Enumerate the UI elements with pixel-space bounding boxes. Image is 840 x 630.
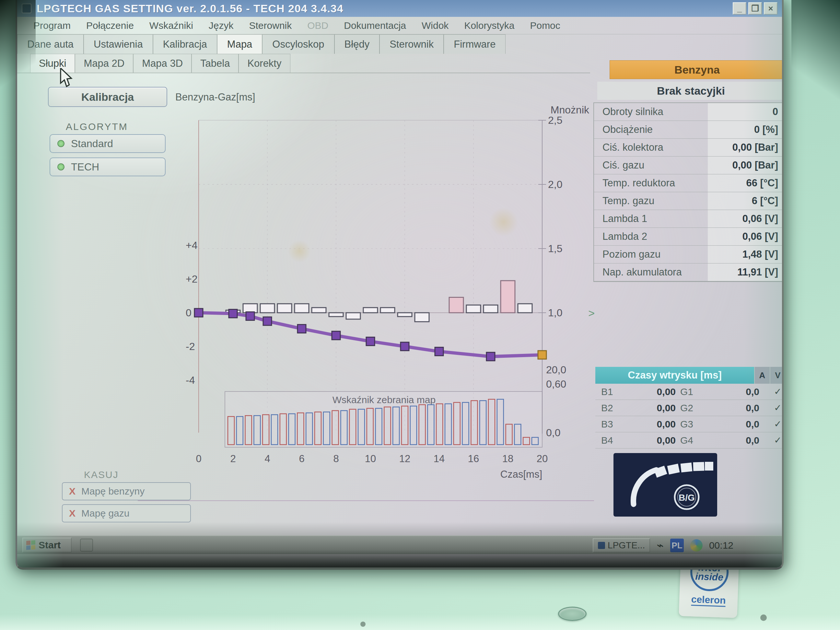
algorithm-label: ALGORYTM (66, 121, 128, 132)
main-tabs: Dane autaUstawieniaKalibracjaMapaOscylos… (17, 34, 505, 54)
param-row-obciążenie: Obciążenie0 [%] (594, 121, 784, 139)
window-controls: _ ❐ × (733, 2, 777, 14)
param-label: Obciążenie (594, 124, 708, 136)
svg-text:2,5: 2,5 (548, 114, 562, 126)
menu-item-pomoc[interactable]: Pomoc (522, 20, 568, 31)
bank-value: 0,00 (629, 403, 680, 414)
monitor-screen: LPGTECH GAS SETTING ver. 2.0.1.56 - TECH… (16, 0, 784, 570)
photo-dark-corner-left (0, 0, 36, 97)
close-button[interactable]: × (764, 2, 777, 14)
language-indicator[interactable]: PL (670, 538, 684, 552)
param-value: 0,00 [Bar] (708, 156, 784, 174)
kalibracja-button[interactable]: Kalibracja (48, 87, 167, 107)
tray-status-icon[interactable] (690, 539, 703, 551)
svg-text:-2: -2 (186, 341, 195, 352)
menu-item-obd[interactable]: OBD (300, 20, 336, 31)
menu-item-dokumentacja[interactable]: Dokumentacja (336, 20, 414, 31)
start-label: Start (39, 540, 61, 551)
checkbox-checked[interactable]: ✓ (771, 435, 784, 445)
erase-section-label: KASUJ (84, 469, 118, 480)
menu-item-język[interactable]: Język (201, 20, 242, 31)
bezel-screw (360, 622, 366, 627)
start-button[interactable]: Start (22, 538, 72, 553)
param-row-lambda-2: Lambda 20,06 [V] (594, 228, 784, 246)
svg-text:1,5: 1,5 (548, 243, 562, 254)
menu-item-wskaźniki[interactable]: Wskaźniki (142, 20, 201, 31)
gas-value: 0,0 (715, 386, 764, 397)
photo-dark-corner-right (791, 0, 840, 110)
tab-mapa[interactable]: Mapa (217, 34, 262, 54)
gas-label: G1 (680, 386, 715, 397)
menu-item-połączenie[interactable]: Połączenie (79, 20, 142, 31)
minimize-button[interactable]: _ (733, 2, 746, 14)
param-row-temp-reduktora: Temp. reduktora66 [°C] (594, 174, 784, 192)
svg-text:20,0: 20,0 (546, 364, 566, 376)
tab-oscyloskop[interactable]: Oscyloskop (262, 34, 334, 54)
tab-błędy[interactable]: Błędy (335, 34, 380, 54)
parameters-table: Obroty silnika0Obciążenie0 [%]Ciś. kolek… (594, 103, 784, 282)
svg-text:14: 14 (434, 453, 445, 464)
taskbar-clock: 00:12 (709, 540, 733, 551)
menu-item-widok[interactable]: Widok (414, 20, 456, 31)
menu-item-sterownik[interactable]: Sterownik (242, 20, 300, 31)
param-value: 0,06 [V] (708, 228, 784, 245)
connection-icon[interactable]: ⌁ (657, 538, 664, 552)
param-value: 0,00 [Bar] (708, 139, 784, 156)
param-row-nap-akumulatora: Nap. akumulatora11,91 [V] (594, 264, 784, 281)
bank-value: 0,00 (629, 419, 680, 430)
param-row-ciś-kolektora: Ciś. kolektora0,00 [Bar] (594, 139, 784, 156)
tray-app-button[interactable]: LPGTE... (593, 538, 650, 553)
checkbox-checked[interactable]: ✓ (771, 386, 784, 397)
erase-button-mapę-gazu[interactable]: XMapę gazu (62, 504, 191, 523)
tab-firmware[interactable]: Firmware (444, 34, 505, 54)
bank-label: B4 (601, 435, 629, 446)
tab-kalibracja[interactable]: Kalibracja (153, 34, 217, 54)
svg-text:0: 0 (196, 453, 201, 464)
tray-app-label: LPGTE... (608, 540, 645, 551)
checkbox-checked[interactable]: ✓ (771, 403, 784, 413)
svg-text:8: 8 (333, 453, 339, 464)
right-axis-ticks: 2,52,01,51,020,00,600,0> (538, 114, 595, 439)
subtab-mapa-3d[interactable]: Mapa 3D (133, 54, 191, 73)
injection-row-b3: B30,00G30,0✓ (595, 416, 784, 432)
menu-item-kolorystyka[interactable]: Kolorystyka (456, 20, 522, 31)
param-label: Lambda 2 (594, 231, 708, 242)
injection-row-b1: B10,00G10,0✓ (595, 384, 784, 400)
param-row-obroty-silnika: Obroty silnika0 (594, 103, 784, 121)
param-value: 11,91 [V] (708, 264, 784, 281)
gas-label: G4 (680, 435, 715, 446)
logo-bg-text: B/G (679, 493, 695, 503)
tab-page-border (17, 73, 590, 73)
param-row-temp-gazu: Temp. gazu6 [°C] (594, 192, 784, 210)
bank-label: B1 (601, 386, 629, 397)
param-label: Ciś. gazu (594, 159, 708, 171)
bezel-screw (760, 614, 767, 621)
svg-text:6: 6 (299, 453, 304, 464)
tab-sterownik[interactable]: Sterownik (379, 34, 444, 54)
windows-flag-icon (26, 540, 35, 550)
quick-launch-icon[interactable] (80, 538, 93, 551)
subtab-mapa-2d[interactable]: Mapa 2D (75, 54, 133, 73)
subtab-tabela[interactable]: Tabela (191, 54, 238, 73)
bank-label: B3 (601, 419, 629, 430)
fuel-mode-banner[interactable]: Benzyna (609, 60, 784, 79)
subtab-korekty[interactable]: Korekty (238, 54, 290, 73)
svg-text:1,0: 1,0 (548, 307, 562, 319)
gas-value: 0,0 (715, 419, 764, 430)
injection-header-title: Czasy wtrysku [ms] (595, 367, 754, 384)
erase-button-label: Mapę benzyny (81, 486, 145, 497)
algorithm-option-standard[interactable]: Standard (50, 134, 166, 153)
erase-button-mapę-benzyny[interactable]: XMapę benzyny (62, 482, 191, 501)
restore-button[interactable]: ❐ (748, 2, 762, 14)
algorithm-option-tech[interactable]: TECH (50, 158, 166, 176)
tab-ustawienia[interactable]: Ustawienia (84, 34, 153, 54)
checkbox-checked[interactable]: ✓ (771, 419, 784, 429)
right-axis-title: Mnożnik (551, 104, 589, 116)
svg-text:4: 4 (264, 453, 270, 464)
x-icon: X (69, 508, 76, 519)
svg-text:10: 10 (365, 453, 376, 464)
intel-inside-text: inside (695, 572, 724, 583)
status-banner: Brak stacyjki (597, 82, 784, 100)
param-label: Poziom gazu (594, 249, 708, 260)
bank-value: 0,00 (629, 435, 680, 446)
